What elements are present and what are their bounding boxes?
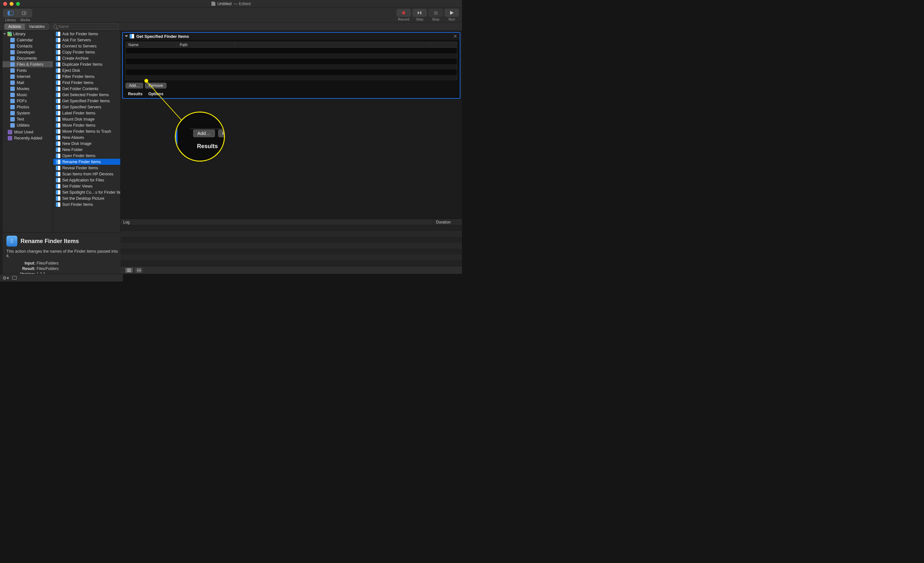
action-item[interactable]: Reveal Finder Items bbox=[53, 165, 120, 171]
action-label: Get Folder Contents bbox=[62, 87, 99, 91]
finder-icon bbox=[56, 154, 60, 158]
category-item[interactable]: Photos bbox=[3, 104, 53, 110]
log-column[interactable]: Log bbox=[121, 219, 433, 225]
category-label: Fonts bbox=[16, 68, 27, 73]
action-item[interactable]: Set Spotlight Co…s for Finder Items bbox=[53, 189, 120, 195]
action-item[interactable]: Find Finder Items bbox=[53, 79, 120, 85]
action-item[interactable]: New Folder bbox=[53, 147, 120, 153]
category-label: Contacts bbox=[16, 44, 32, 48]
action-item[interactable]: New Aliases bbox=[53, 134, 120, 141]
items-table[interactable]: Name Path bbox=[126, 42, 457, 80]
search-input[interactable] bbox=[59, 24, 116, 29]
zoom-window-icon[interactable] bbox=[16, 2, 20, 6]
action-item[interactable]: Move Finder Items to Trash bbox=[53, 128, 120, 134]
action-item[interactable]: Mount Disk Image bbox=[53, 116, 120, 122]
tab-actions[interactable]: Actions bbox=[4, 24, 25, 30]
category-sidebar: Library CalendarContactsDeveloperDocumen… bbox=[3, 31, 53, 274]
action-item[interactable]: Duplicate Finder Items bbox=[53, 61, 120, 67]
action-item[interactable]: Filter Finder Items bbox=[53, 73, 120, 79]
action-item[interactable]: Set Application for Files bbox=[53, 177, 120, 183]
view-flow-button[interactable] bbox=[135, 268, 142, 273]
action-item[interactable]: Set Folder Views bbox=[53, 183, 120, 189]
add-button[interactable]: Add… bbox=[126, 83, 143, 88]
category-item[interactable]: Text bbox=[3, 116, 53, 122]
smart-category-item[interactable]: Most Used bbox=[3, 129, 53, 135]
action-item[interactable]: Get Folder Contents bbox=[53, 85, 120, 92]
action-label: Ask for Finder Items bbox=[62, 32, 98, 36]
category-item[interactable]: Files & Folders bbox=[3, 61, 53, 67]
action-label: Set Folder Views bbox=[62, 184, 92, 189]
smart-category-item[interactable]: Recently Added bbox=[3, 135, 53, 141]
remove-button[interactable]: Remove bbox=[145, 83, 166, 88]
action-item[interactable]: Rename Finder Items bbox=[53, 159, 120, 165]
finder-icon bbox=[56, 105, 60, 109]
library-media-group: Library Media bbox=[3, 9, 32, 22]
category-item[interactable]: Calendar bbox=[3, 37, 53, 43]
duration-column[interactable]: Duration bbox=[433, 219, 462, 225]
category-label: Music bbox=[16, 93, 27, 97]
results-tab[interactable]: Results bbox=[128, 92, 142, 96]
action-item[interactable]: Scan Items from HP Devices bbox=[53, 171, 120, 177]
category-label: Text bbox=[16, 117, 24, 121]
gear-icon[interactable]: ⚙︎▾ bbox=[3, 276, 9, 280]
options-tab[interactable]: Options bbox=[148, 92, 163, 96]
workflow-action-block[interactable]: Get Specified Finder Items ✕ Name Path bbox=[122, 32, 460, 99]
action-item[interactable]: Get Specified Servers bbox=[53, 104, 120, 110]
category-item[interactable]: Movies bbox=[3, 85, 53, 92]
tab-variables[interactable]: Variables bbox=[25, 24, 48, 30]
category-item[interactable]: PDFs bbox=[3, 98, 53, 104]
disclosure-icon bbox=[3, 33, 6, 34]
disclosure-icon[interactable] bbox=[125, 35, 128, 37]
action-item[interactable]: Label Finder Items bbox=[53, 110, 120, 116]
action-item[interactable]: New Disk Image bbox=[53, 141, 120, 147]
category-label: PDFs bbox=[16, 99, 27, 103]
action-item[interactable]: Sort Finder Items bbox=[53, 201, 120, 207]
action-item[interactable]: Get Specified Finder Items bbox=[53, 98, 120, 104]
category-item[interactable]: System bbox=[3, 110, 53, 116]
media-toggle-button[interactable] bbox=[18, 9, 32, 17]
category-item[interactable]: Music bbox=[3, 92, 53, 98]
action-item[interactable]: Connect to Servers bbox=[53, 43, 120, 49]
folder-icon bbox=[10, 68, 15, 73]
action-item[interactable]: Eject Disk bbox=[53, 67, 120, 73]
close-window-icon[interactable] bbox=[3, 2, 7, 6]
action-item[interactable]: Move Finder Items bbox=[53, 122, 120, 128]
close-action-button[interactable]: ✕ bbox=[453, 34, 457, 39]
run-button[interactable] bbox=[445, 9, 459, 16]
category-item[interactable]: Internet bbox=[3, 73, 53, 79]
finder-icon bbox=[56, 117, 60, 121]
action-item[interactable]: Copy Finder Items bbox=[53, 49, 120, 55]
table-body[interactable] bbox=[126, 48, 457, 80]
library-root[interactable]: Library bbox=[3, 31, 53, 37]
media-label: Media bbox=[21, 18, 30, 22]
category-item[interactable]: Contacts bbox=[3, 43, 53, 49]
action-item[interactable]: Get Selected Finder Items bbox=[53, 92, 120, 98]
search-field[interactable] bbox=[51, 23, 118, 30]
column-path[interactable]: Path bbox=[177, 42, 235, 48]
step-button[interactable] bbox=[412, 9, 427, 16]
folder-icon bbox=[10, 99, 15, 103]
category-item[interactable]: Documents bbox=[3, 55, 53, 61]
minimize-window-icon[interactable] bbox=[10, 2, 14, 6]
stop-button[interactable] bbox=[429, 9, 443, 16]
action-item[interactable]: Create Archive bbox=[53, 55, 120, 61]
category-item[interactable]: Mail bbox=[3, 79, 53, 85]
action-item[interactable]: Ask For Servers bbox=[53, 37, 120, 43]
category-item[interactable]: Utilities bbox=[3, 122, 53, 128]
category-label: Most Used bbox=[14, 130, 33, 134]
library-toggle-button[interactable] bbox=[3, 9, 18, 17]
record-button[interactable] bbox=[396, 9, 411, 16]
toggle-description-button[interactable] bbox=[12, 276, 16, 280]
action-item[interactable]: Open Finder Items bbox=[53, 153, 120, 159]
view-list-button[interactable] bbox=[125, 268, 133, 273]
action-item[interactable]: Set the Desktop Picture bbox=[53, 195, 120, 201]
search-icon bbox=[53, 25, 57, 28]
category-label: Calendar bbox=[16, 38, 33, 42]
action-header[interactable]: Get Specified Finder Items ✕ bbox=[123, 33, 460, 40]
folder-icon bbox=[10, 111, 15, 115]
category-item[interactable]: Developer bbox=[3, 49, 53, 55]
action-item[interactable]: Ask for Finder Items bbox=[53, 31, 120, 37]
run-label: Run bbox=[448, 17, 455, 21]
category-item[interactable]: Fonts bbox=[3, 67, 53, 73]
column-name[interactable]: Name bbox=[126, 42, 177, 48]
